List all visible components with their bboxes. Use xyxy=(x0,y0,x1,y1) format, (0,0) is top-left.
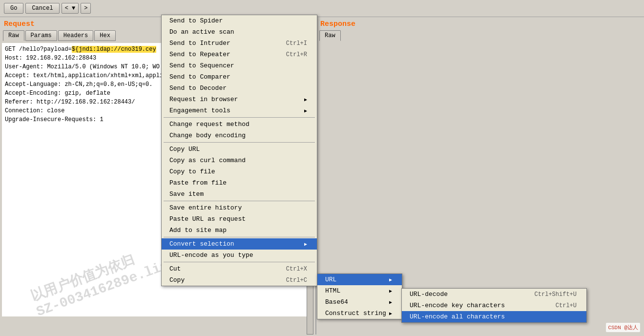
submenu-base64-item[interactable]: Base64 xyxy=(317,296,402,308)
tab-params[interactable]: Params xyxy=(25,30,57,41)
separator-5 xyxy=(164,262,315,262)
toolbar: Go Cancel < ▼ > xyxy=(0,0,644,17)
menu-send-to-sequencer[interactable]: Send to Sequencer xyxy=(162,60,317,71)
back-button[interactable]: < ▼ xyxy=(62,3,79,14)
menu-active-scan[interactable]: Do an active scan xyxy=(162,26,317,38)
go-button[interactable]: Go xyxy=(4,3,23,14)
response-tab-raw[interactable]: Raw xyxy=(319,30,341,41)
menu-copy-to-file[interactable]: Copy to file xyxy=(162,166,317,177)
submenu-html-item[interactable]: HTML xyxy=(317,285,402,296)
menu-paste-url-as-request[interactable]: Paste URL as request xyxy=(162,213,317,225)
menu-send-to-intruder[interactable]: Send to Intruder Ctrl+I xyxy=(162,38,317,49)
separator-1 xyxy=(164,117,315,118)
submenu-url-encode-all[interactable]: URL-encode all characters xyxy=(402,311,586,322)
csdn-badge: CSDN @达人 xyxy=(606,323,640,332)
forward-button[interactable]: > xyxy=(81,3,91,14)
menu-request-in-browser[interactable]: Request in browser xyxy=(162,94,317,105)
shortcut-copy: Ctrl+C xyxy=(286,277,307,284)
menu-copy-curl[interactable]: Copy as curl command xyxy=(162,155,317,166)
shortcut-repeater: Ctrl+R xyxy=(286,51,307,58)
shortcut-cut: Ctrl+X xyxy=(286,266,307,273)
submenu-url-item[interactable]: URL xyxy=(317,274,402,285)
tab-hex[interactable]: Hex xyxy=(94,30,116,41)
tab-headers[interactable]: Headers xyxy=(58,30,93,41)
menu-send-to-decoder[interactable]: Send to Decoder xyxy=(162,83,317,94)
menu-copy[interactable]: Copy Ctrl+C xyxy=(162,274,317,286)
separator-2 xyxy=(164,142,315,143)
submenu-url-actions: URL-decode Ctrl+Shift+U URL-encode key c… xyxy=(401,288,587,323)
submenu-url-encode-key[interactable]: URL-encode key characters Ctrl+U xyxy=(402,300,586,311)
menu-send-to-repeater[interactable]: Send to Repeater Ctrl+R xyxy=(162,49,317,60)
shortcut-intruder: Ctrl+I xyxy=(286,40,307,47)
menu-send-to-comparer[interactable]: Send to Comparer xyxy=(162,71,317,83)
submenu-construct-string-item[interactable]: Construct string xyxy=(317,308,402,319)
tab-raw[interactable]: Raw xyxy=(3,30,24,41)
shortcut-url-decode: Ctrl+Shift+U xyxy=(535,291,577,298)
submenu-url-decode[interactable]: URL-decode Ctrl+Shift+U xyxy=(402,289,586,300)
shortcut-url-encode-key: Ctrl+U xyxy=(556,302,577,309)
response-tab-bar: Raw xyxy=(316,30,644,43)
menu-copy-url[interactable]: Copy URL xyxy=(162,144,317,155)
menu-save-history[interactable]: Save entire history xyxy=(162,202,317,213)
menu-change-request-method[interactable]: Change request method xyxy=(162,119,317,130)
menu-convert-selection[interactable]: Convert selection xyxy=(162,238,317,250)
menu-engagement-tools[interactable]: Engagement tools xyxy=(162,105,317,116)
context-menu: Send to Spider Do an active scan Send to… xyxy=(161,15,317,286)
submenu-url-types: URL HTML Base64 Construct string xyxy=(317,273,402,319)
separator-3 xyxy=(164,201,315,201)
menu-change-body-encoding[interactable]: Change body encoding xyxy=(162,130,317,141)
menu-url-encode-as-you-type[interactable]: URL-encode as you type xyxy=(162,250,317,261)
cancel-button[interactable]: Cancel xyxy=(25,3,59,14)
response-title: Response xyxy=(316,17,644,30)
menu-send-to-spider[interactable]: Send to Spider xyxy=(162,15,317,26)
menu-save-item[interactable]: Save item xyxy=(162,189,317,200)
separator-4 xyxy=(164,237,315,237)
menu-add-to-site-map[interactable]: Add to site map xyxy=(162,225,317,236)
menu-paste-from-file[interactable]: Paste from file xyxy=(162,177,317,189)
menu-cut[interactable]: Cut Ctrl+X xyxy=(162,263,317,274)
